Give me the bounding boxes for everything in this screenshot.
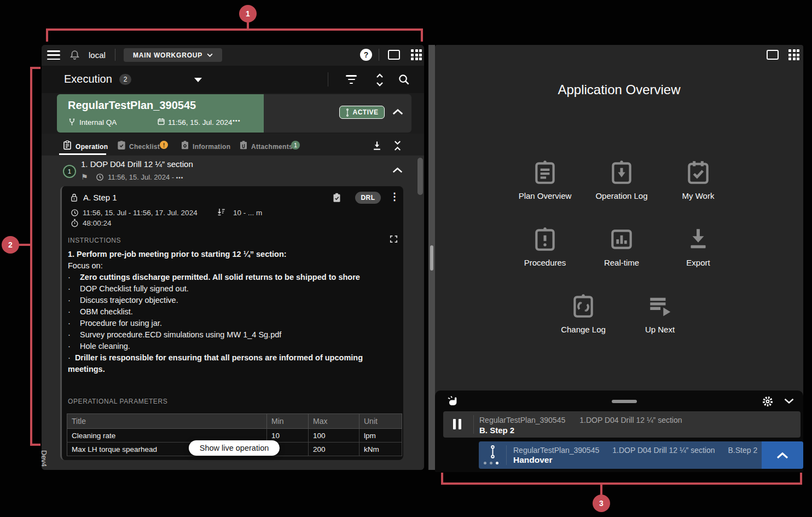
export-icon [685, 226, 712, 253]
paused-step-name: B. Step 2 [479, 426, 514, 435]
app-my-work[interactable]: My Work [660, 159, 736, 200]
callout-3-stem [600, 485, 602, 495]
step-title: A. Step 1 [83, 193, 117, 202]
settings-gear-icon[interactable] [761, 395, 774, 408]
instruction-bullet: ·Survey procedure.ECD simulations using … [68, 329, 396, 341]
show-live-operation-pill[interactable]: Show live operation [189, 440, 280, 456]
tab-information-label: Information [193, 143, 230, 151]
plan-more-icon[interactable]: ••• [233, 117, 241, 124]
callout-2-badge: 2 [2, 236, 19, 254]
branch-icon [68, 118, 76, 127]
sort-icon[interactable] [374, 73, 385, 87]
active-row-meta: RegularTestPlan_3905451.DOP D04 Drill 12… [513, 446, 757, 455]
active-status-badge: ACTIVE [339, 106, 385, 119]
filter-icon[interactable] [345, 75, 358, 84]
app-label: Export [686, 258, 710, 267]
lock-icon [70, 193, 78, 203]
col-unit: Unit [359, 414, 402, 429]
step-activity-code-badge: DRL [355, 192, 381, 204]
view-count-badge: 2 [119, 74, 131, 85]
step-name: B.Step 2 [728, 446, 758, 455]
checklist-warning-badge: ! [160, 141, 168, 149]
app-label: Procedures [524, 258, 566, 267]
app-label: Operation Log [595, 191, 647, 200]
app-export[interactable]: Export [660, 226, 736, 267]
plan-collapse-chevron-icon[interactable] [392, 108, 404, 116]
app-procedures[interactable]: Procedures [507, 226, 583, 267]
app-change-log[interactable]: Change Log [545, 292, 622, 334]
plan-name: RegularTestPlan_390545 [479, 416, 565, 424]
instructions-text: 1. Perform pre-job meeting prior to star… [68, 249, 396, 375]
depth-icon [217, 208, 226, 217]
hamburger-menu-icon[interactable] [47, 50, 60, 60]
app-operation-log[interactable]: Operation Log [583, 159, 660, 200]
plan-title: RegularTestPlan_390545 [68, 99, 196, 112]
dock-drag-handle[interactable] [612, 400, 637, 403]
fullscreen-icon[interactable] [389, 234, 398, 244]
instruction-bullet: ·DOP Checklist fully signed out. [68, 283, 396, 295]
dock-collapse-chevron-icon[interactable] [784, 398, 794, 405]
operation-tab-icon [63, 140, 72, 150]
checklist-tab-icon [117, 140, 126, 150]
app-grid-icon[interactable] [411, 49, 422, 60]
callout-1-tick-right [421, 28, 423, 42]
scrollbar-thumb[interactable] [417, 158, 423, 195]
notifications-bell-icon[interactable] [69, 49, 80, 61]
help-icon[interactable]: ? [360, 49, 372, 61]
active-status-label: ACTIVE [352, 108, 378, 116]
procedures-icon [531, 226, 559, 253]
col-title: Title [67, 414, 267, 429]
instruction-line: 1. Perform pre-job meeting prior to star… [68, 249, 396, 260]
instruction-bullet: ·Procedure for using jar. [68, 318, 396, 329]
attachments-count-badge: 1 [291, 141, 300, 150]
operation-log-icon [608, 159, 635, 186]
collapse-all-icon[interactable] [392, 140, 403, 152]
divider [115, 49, 115, 61]
view-dropdown-caret-icon[interactable] [194, 78, 202, 82]
app-grid-icon[interactable] [788, 49, 799, 60]
app-up-next[interactable]: Up Next [622, 292, 698, 334]
chevron-up-icon [776, 451, 789, 459]
window-icon[interactable] [388, 50, 400, 60]
step-progress-dots [484, 462, 498, 464]
plan-datetime: 11:56, 15. Jul. 2024 [168, 118, 233, 127]
app-plan-overview[interactable]: Plan Overview [507, 159, 583, 200]
search-icon[interactable] [398, 73, 410, 86]
section-collapse-chevron-icon[interactable] [392, 166, 403, 174]
divider-drag-handle[interactable] [430, 245, 433, 271]
expand-step-button[interactable] [762, 441, 803, 469]
instruction-bullet: ·Hole cleaning. [68, 341, 396, 352]
information-tab-icon [181, 140, 189, 150]
callout-2-connector [18, 244, 31, 246]
col-min: Min [267, 414, 309, 429]
calendar-icon [157, 117, 165, 126]
active-activity-name: Handover [513, 455, 553, 465]
step-checkbox-icon[interactable] [332, 192, 341, 203]
tool-link-icon [489, 445, 496, 459]
instruction-line: Focus on: [68, 260, 396, 272]
section-more-icon[interactable]: ••• [176, 175, 184, 181]
my-work-icon [685, 159, 712, 186]
download-icon[interactable] [372, 140, 382, 151]
pause-icon[interactable] [453, 419, 461, 429]
active-tab-underline [59, 153, 106, 155]
divider [328, 72, 328, 87]
plan-name: RegularTestPlan_390545 [513, 446, 599, 455]
callout-2-tick-top [30, 67, 40, 69]
tab-operation-label: Operation [76, 143, 108, 151]
link-icon [345, 108, 350, 117]
section-progress-badge: 1 [63, 165, 76, 178]
table-header-row: Title Min Max Unit [67, 414, 402, 429]
instruction-bullet: · Driller is responsible for ensuring th… [68, 352, 396, 375]
window-icon[interactable] [767, 50, 779, 60]
section-title: 1. DOP D04 Drill 12 ¼” section [81, 159, 193, 169]
kebab-menu-icon[interactable]: ⋮ [390, 191, 399, 203]
environment-label: local [89, 50, 106, 60]
callout-1-tick-left [46, 28, 48, 42]
tab-attachments-label: Attachments [251, 143, 293, 151]
app-real-time[interactable]: Real-time [583, 226, 660, 267]
callout-3-badge: 3 [593, 495, 610, 512]
workgroup-selector[interactable]: MAIN WORKGROUP [124, 48, 222, 62]
clock-icon [96, 173, 104, 181]
divider [506, 445, 507, 465]
